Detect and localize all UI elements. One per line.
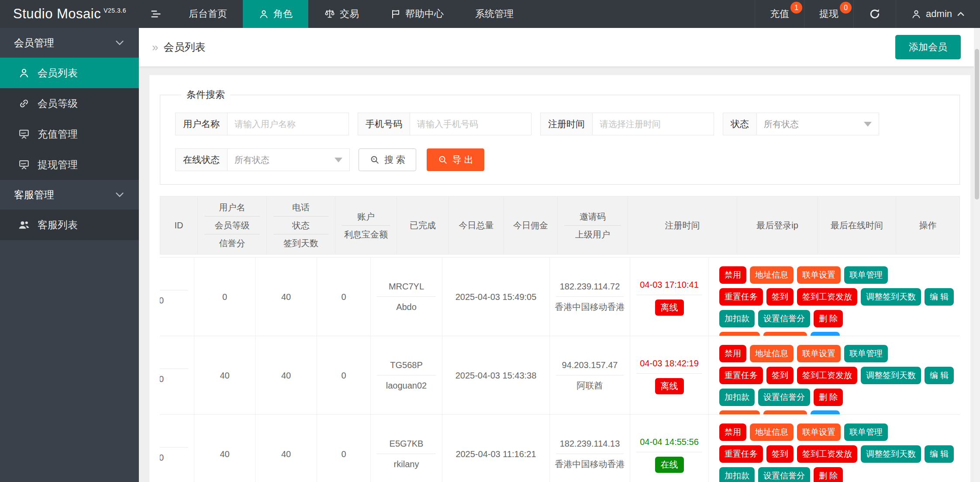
- cell-actions: 禁用地址信息联单设置联单管理重置任务签到签到工资发放调整签到天数编 辑加扣款设置…: [709, 258, 960, 336]
- action-button-view-team[interactable]: 查看团队: [763, 332, 807, 336]
- action-button-adjust-sign-days[interactable]: 调整签到天数: [861, 445, 921, 463]
- sidebar-items-service: 客服列表: [0, 210, 139, 240]
- recharge-button[interactable]: 充值 1: [755, 0, 804, 28]
- action-button-order-manage[interactable]: 联单管理: [844, 266, 888, 284]
- nav-item-trade[interactable]: 交易: [308, 0, 375, 28]
- cell-reg-time: 2025-04-03 11:16:21: [442, 415, 550, 482]
- action-button-account-change[interactable]: 账 变: [811, 332, 840, 336]
- search-panel: 条件搜索 用户名称 手机号码 注册时间 状态: [160, 88, 960, 185]
- action-button-sign-salary[interactable]: 签到工资发放: [797, 367, 857, 384]
- action-button-edit-vip[interactable]: 编辑VIP: [719, 332, 760, 336]
- chevron-down-icon: [114, 189, 125, 200]
- header-today-total: 今日总量: [449, 196, 504, 254]
- action-button-reset-task[interactable]: 重置任务: [719, 445, 763, 463]
- action-button-address-info[interactable]: 地址信息: [750, 266, 794, 284]
- cell-actions: 禁用地址信息联单设置联单管理重置任务签到签到工资发放调整签到天数编 辑加扣款设置…: [709, 415, 960, 482]
- regtime-input[interactable]: [593, 113, 714, 135]
- action-button-sign-salary[interactable]: 签到工资发放: [797, 288, 857, 306]
- action-button-order-settings[interactable]: 联单设置: [797, 423, 841, 441]
- sidebar-item-label: 客服列表: [38, 218, 78, 232]
- action-button-disable[interactable]: 禁用: [719, 345, 746, 362]
- action-button-set-credit[interactable]: 设置信誉分: [758, 310, 810, 327]
- action-button-set-credit[interactable]: 设置信誉分: [758, 389, 810, 406]
- action-button-add-deduction[interactable]: 加扣款: [719, 467, 755, 482]
- action-button-adjust-sign-days[interactable]: 调整签到天数: [861, 288, 921, 306]
- action-button-delete[interactable]: 删 除: [814, 389, 843, 406]
- board-chart-icon: [17, 159, 31, 170]
- sidebar-item-service-list[interactable]: 客服列表: [0, 210, 139, 240]
- action-button-reset-task[interactable]: 重置任务: [719, 367, 763, 384]
- action-button-order-settings[interactable]: 联单设置: [797, 345, 841, 362]
- status-badge: 离线: [655, 300, 684, 316]
- action-button-address-info[interactable]: 地址信息: [750, 345, 794, 362]
- cell-clipped: 0: [160, 336, 194, 414]
- action-button-disable[interactable]: 禁用: [719, 423, 746, 441]
- nav-item-dashboard[interactable]: 后台首页: [173, 0, 243, 28]
- person-icon: [17, 67, 31, 79]
- sidebar-item-member-list[interactable]: 会员列表: [0, 58, 139, 88]
- action-button-edit[interactable]: 编 辑: [925, 445, 954, 463]
- action-button-edit[interactable]: 编 辑: [925, 288, 954, 306]
- username-label: 用户名称: [175, 113, 228, 135]
- nav-item-help-center[interactable]: 帮助中心: [375, 0, 459, 28]
- search-button-label: 搜 索: [384, 154, 405, 166]
- action-button-account-change[interactable]: 账 变: [811, 410, 840, 414]
- add-member-button[interactable]: 添加会员: [895, 35, 961, 59]
- action-button-order-manage[interactable]: 联单管理: [844, 345, 888, 362]
- header-today-commission: 今日佣金: [504, 196, 558, 254]
- username-label: admin: [926, 8, 952, 20]
- action-button-reset-task[interactable]: 重置任务: [719, 288, 763, 306]
- action-button-sign-in[interactable]: 签到: [766, 367, 794, 384]
- action-button-view-team[interactable]: 查看团队: [763, 410, 807, 414]
- nav-label: 角色: [273, 7, 293, 21]
- sidebar-group-member-management[interactable]: 会员管理: [0, 28, 139, 58]
- nav-item-roles[interactable]: 角色: [243, 0, 308, 28]
- action-button-order-manage[interactable]: 联单管理: [844, 423, 888, 441]
- sidebar-group-service-management[interactable]: 客服管理: [0, 180, 139, 210]
- sidebar-item-withdraw-management[interactable]: 提现管理: [0, 149, 139, 180]
- member-table: ID 用户名 会员等级 信誉分 电话 状态 签到天数 账户 利息宝金额: [160, 196, 960, 482]
- header-phone-status-signdays: 电话 状态 签到天数: [267, 196, 335, 254]
- username-input[interactable]: [228, 113, 349, 135]
- page-title: 会员列表: [163, 40, 205, 54]
- menu-collapse-icon[interactable]: [139, 0, 173, 28]
- search-button[interactable]: 搜 索: [359, 148, 416, 171]
- export-button[interactable]: 导 出: [427, 148, 484, 171]
- withdraw-button[interactable]: 提现 0: [804, 0, 853, 28]
- action-button-order-settings[interactable]: 联单设置: [797, 266, 841, 284]
- phone-input[interactable]: [410, 113, 531, 135]
- action-button-edit-vip[interactable]: 编辑VIP: [719, 410, 760, 414]
- status-badge: 在线: [655, 457, 684, 473]
- export-search-icon: [438, 155, 448, 165]
- sidebar-item-member-level[interactable]: 会员等级: [0, 88, 139, 119]
- sidebar-item-recharge-management[interactable]: 充值管理: [0, 119, 139, 149]
- refresh-button[interactable]: [853, 0, 896, 28]
- flag-icon: [390, 9, 401, 19]
- scrollbar-thumb[interactable]: [975, 49, 979, 200]
- action-button-add-deduction[interactable]: 加扣款: [719, 310, 755, 327]
- action-button-sign-salary[interactable]: 签到工资发放: [797, 445, 857, 463]
- action-button-disable[interactable]: 禁用: [719, 266, 746, 284]
- breadcrumb: » 会员列表 添加会员: [139, 28, 974, 66]
- status-select[interactable]: 所有状态: [757, 113, 879, 135]
- cell-ip-region: 182.239.114.13香港中国移动香港: [550, 415, 630, 482]
- action-button-delete[interactable]: 删 除: [814, 310, 843, 327]
- action-button-add-deduction[interactable]: 加扣款: [719, 389, 755, 406]
- action-button-delete[interactable]: 删 除: [814, 467, 843, 482]
- vertical-scrollbar[interactable]: [974, 28, 980, 482]
- action-button-sign-in[interactable]: 签到: [766, 445, 794, 463]
- action-button-edit[interactable]: 编 辑: [925, 367, 954, 384]
- cell-value: 40: [194, 415, 255, 482]
- online-status-select[interactable]: 所有状态: [228, 148, 350, 171]
- action-button-adjust-sign-days[interactable]: 调整签到天数: [861, 367, 921, 384]
- action-button-set-credit[interactable]: 设置信誉分: [758, 467, 810, 482]
- username-field-group: 用户名称: [175, 113, 349, 135]
- action-button-address-info[interactable]: 地址信息: [750, 423, 794, 441]
- action-button-sign-in[interactable]: 签到: [766, 288, 794, 306]
- sidebar-item-label: 会员列表: [38, 66, 78, 80]
- user-menu[interactable]: admin: [896, 0, 980, 28]
- nav-item-system[interactable]: 系统管理: [459, 0, 529, 28]
- cell-value: 40: [255, 336, 317, 414]
- header-username-level-credit: 用户名 会员等级 信誉分: [198, 196, 267, 254]
- user-icon: [911, 9, 921, 19]
